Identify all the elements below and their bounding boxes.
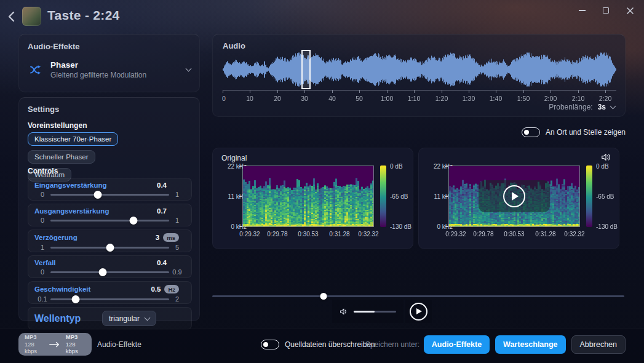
minimize-icon	[579, 10, 586, 11]
preview-play-button[interactable]	[479, 180, 550, 212]
slider-min: 0.1	[34, 295, 50, 303]
spec-time-tick: 0:30.53	[504, 231, 524, 237]
slider-ausgangsverstaerkung: Ausgangsverstärkung 0.7 0 1	[28, 204, 192, 226]
presets-heading: Voreinstellungen	[28, 121, 87, 130]
slider-track[interactable]	[50, 271, 169, 273]
close-icon	[627, 7, 634, 14]
time-tick: 1:00	[381, 95, 393, 102]
overwrite-toggle-row: Quelldateien überschreiben	[261, 335, 375, 354]
toggle-knob	[263, 342, 268, 347]
preset-schneller-phaser[interactable]: Schneller Phaser	[28, 150, 95, 164]
volume-slider[interactable]	[354, 311, 396, 313]
waveform-selection[interactable]	[301, 50, 311, 89]
slider-thumb[interactable]	[98, 268, 106, 276]
slider-min: 0	[34, 191, 50, 198]
preset-klassischer-70er-phaser[interactable]: Klassischer 70er-Phaser	[28, 132, 118, 146]
freq-tick	[445, 226, 448, 227]
slider-track[interactable]	[50, 220, 169, 221]
spec-time-tick: 0:31.28	[535, 231, 555, 237]
wavetype-select[interactable]: triangular	[102, 311, 156, 326]
slider-max: 1	[169, 217, 185, 224]
audio-effects-button[interactable]: Audio-Effekte	[424, 335, 490, 354]
waveform[interactable]	[223, 52, 616, 87]
spec-time-tick: 0:29.78	[267, 231, 287, 237]
maximize-icon	[603, 7, 609, 14]
slider-thumb[interactable]	[106, 244, 114, 252]
footer-bar: MP3 128 kbps MP3 128 kbps Audio-Effekte …	[0, 329, 644, 363]
settings-heading: Settings	[28, 105, 59, 114]
time-tick: 1:40	[490, 95, 502, 102]
back-button[interactable]	[5, 9, 17, 24]
overwrite-toggle[interactable]	[261, 340, 279, 349]
chevron-down-icon	[610, 103, 616, 110]
sample-length-select[interactable]: Probenlänge: 3s	[549, 103, 615, 111]
freq-tick	[239, 166, 242, 167]
sample-length-label: Probenlänge:	[549, 103, 592, 111]
freq-tick	[239, 226, 242, 227]
transport-play-button[interactable]	[410, 303, 427, 321]
slider-thumb[interactable]	[130, 217, 138, 225]
seek-thumb[interactable]	[320, 293, 327, 300]
freq-tick	[239, 196, 242, 197]
seek-slider[interactable]	[212, 295, 624, 297]
effect-name: Phaser	[50, 60, 179, 70]
inplace-toggle-label: An Ort und Stelle zeigen	[546, 128, 626, 137]
freq-tick	[445, 166, 448, 167]
spec-time-tick: 0:30.53	[298, 231, 318, 237]
spectrogram-processed-card: 22 kHz 11 kHz 0 kHz 0 dB -65 dB -130 dB …	[418, 148, 619, 249]
overwrite-toggle-label: Quelldateien überschreiben	[285, 340, 375, 349]
colorbar	[586, 166, 592, 227]
inplace-toggle-row: An Ort und Stelle zeigen	[522, 127, 626, 137]
chevron-down-icon	[145, 314, 151, 321]
wavetype-label: Wellentyp	[34, 313, 102, 324]
slider-track[interactable]	[50, 247, 169, 249]
minimize-button[interactable]	[577, 6, 587, 15]
waveform-canvas	[223, 52, 616, 87]
inplace-toggle[interactable]	[522, 127, 540, 137]
effect-description: Gleitend gefilterte Modulation	[50, 71, 179, 79]
slider-verzoegerung: Verzögerung 3 ms 1 5	[28, 229, 192, 252]
arrow-right-icon	[49, 341, 60, 348]
target-format-name: MP3	[66, 333, 78, 340]
slider-label: Verfall	[34, 259, 157, 266]
spec-time-tick: 0:31.28	[329, 231, 349, 237]
original-label: Original	[221, 154, 247, 162]
slider-verfall: Verfall 0.4 0 0.9	[28, 255, 192, 278]
slider-min: 1	[34, 244, 50, 251]
slider-label: Eingangsverstärkung	[34, 182, 157, 189]
audio-card: Audio 0 10 20 30 40 50 1:00 1:10 1:20 1:…	[212, 34, 626, 117]
time-tick: 1:10	[408, 95, 420, 102]
slider-value: 3	[156, 234, 159, 241]
play-icon	[416, 308, 422, 314]
close-button[interactable]	[625, 6, 635, 15]
back-chevron-icon	[8, 11, 15, 22]
target-format: MP3 128 kbps	[66, 333, 85, 356]
time-tick: 30	[301, 95, 308, 102]
slider-track[interactable]	[50, 298, 169, 300]
volume-fill	[354, 311, 375, 313]
source-format: MP3 128 kbps	[25, 333, 44, 356]
sample-length-value: 3s	[598, 103, 606, 111]
slider-track[interactable]	[50, 194, 169, 196]
maximize-button[interactable]	[601, 6, 611, 15]
source-bitrate: 128 kbps	[25, 341, 37, 355]
db-tick-label: -130 dB	[596, 223, 618, 230]
slider-max: 1	[169, 191, 185, 198]
time-tick: 50	[356, 95, 363, 102]
queue-button[interactable]: Warteschlange	[495, 335, 565, 354]
cancel-button[interactable]: Abbrechen	[571, 335, 626, 354]
time-tick: 1:20	[435, 95, 448, 102]
db-tick-label: -130 dB	[390, 223, 411, 230]
spec-time-tick: 0:32.32	[358, 231, 378, 237]
time-tick: 1:30	[463, 95, 475, 102]
unit-badge: Hz	[164, 285, 179, 293]
slider-thumb[interactable]	[71, 295, 79, 303]
effect-selector[interactable]: Phaser Gleitend gefilterte Modulation	[30, 60, 191, 79]
wavetype-row: Wellentyp triangular	[28, 307, 192, 330]
time-tick: 1:50	[517, 95, 530, 102]
slider-max: 0.9	[169, 268, 185, 276]
speaker-icon[interactable]	[601, 153, 611, 162]
save-label: Speichern unter:	[365, 340, 419, 349]
slider-thumb[interactable]	[94, 191, 102, 199]
slider-value: 0.5	[151, 285, 161, 293]
